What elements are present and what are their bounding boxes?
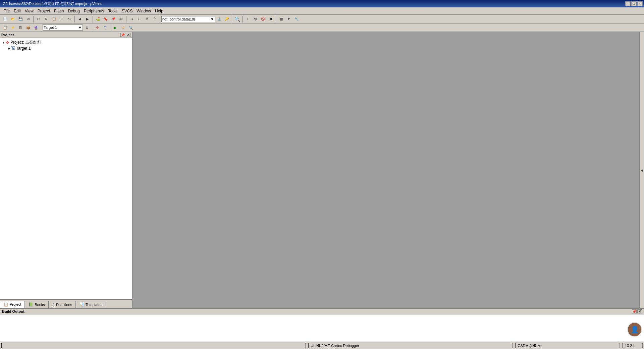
build-all-btn[interactable]: ▶ [112,24,119,31]
menu-view[interactable]: View [23,8,36,14]
debug-btn[interactable]: 🔍 [127,24,135,31]
menu-flash[interactable]: Flash [52,8,66,14]
project-btn2[interactable]: ⚡ [9,24,16,31]
project-tree: ▼ ❖ Project: 点亮红灯 ▶ 🏗 Target 1 [0,38,132,299]
caps-label: CSDM@NUM [518,344,541,348]
cut-button[interactable]: ✂ [35,16,42,22]
time-label: 13:21 [625,344,634,348]
save-all-button[interactable]: 🗂 [24,16,32,22]
sep6 [232,16,232,22]
build-output-content [0,314,644,340]
file-selector[interactable]: hqt_control.data[18] ▼ [161,16,215,22]
right-side-handle[interactable]: ◀ [639,32,644,308]
unindent-btn[interactable]: ⇤ [136,16,143,22]
menu-debug[interactable]: Debug [66,8,82,14]
project-tabs: 📋 Project 📗 Books {} Functions 📊 Templat… [0,299,132,308]
menu-window[interactable]: Window [135,8,153,14]
project-panel: Project 📌 ✕ ▼ ❖ Project: 点亮红灯 ▶ 🏗 Target… [0,32,132,308]
translate-btn[interactable]: T [101,24,109,31]
tab-project-icon: 📋 [4,302,8,307]
status-section-left [1,343,306,348]
menu-tools[interactable]: Tools [106,8,120,14]
file-action-btn2[interactable]: 🔑 [223,16,230,22]
target-icon: 🏗 [11,46,15,51]
panel-pin-button[interactable]: 📌 [120,33,125,37]
target-selector[interactable]: Target 1 ▼ [43,24,83,31]
view-btn1[interactable]: ▦ [277,16,285,22]
file-selector-arrow: ▼ [210,17,214,21]
build-options-btn[interactable]: ⚙ [94,24,101,31]
file-selector-label: hqt_control.data[18] [162,17,195,21]
tab-templates-label: Templates [86,303,102,307]
build-pin-button[interactable]: 📌 [632,309,637,313]
tree-target-expand-icon: ▶ [8,47,10,50]
rebuild-btn[interactable]: ↺ [119,24,127,31]
circle-btn1[interactable]: ○ [244,16,251,22]
tree-project-root[interactable]: ▼ ❖ Project: 点亮红灯 [1,39,130,46]
close-button[interactable]: ✕ [637,1,643,6]
menu-file[interactable]: File [1,8,12,14]
tree-target[interactable]: ▶ 🏗 Target 1 [1,46,130,51]
project-btn5[interactable]: 🔮 [32,24,40,31]
tab-project[interactable]: 📋 Project [0,301,25,308]
titlebar: C:\Users\ss562\Desktop\点亮红灯\点亮红灯.uvprojx… [0,0,644,7]
tab-functions[interactable]: {} Functions [49,301,76,308]
bookmark-btn2[interactable]: 🔖 [102,16,109,22]
toolbar1: 📄 📂 💾 🗂 ✂ ⎘ 📋 ↩ ↪ ◀ ▶ ⛳ 🔖 📌 🏷 ⇥ ⇤ // /* … [0,15,644,23]
tab-project-label: Project [10,302,21,306]
status-section-caps: CSDM@NUM [515,343,620,348]
tree-expand-icon: ▼ [2,41,5,44]
tab-functions-label: Functions [56,303,72,307]
file-action-btn1[interactable]: 🔬 [215,16,223,22]
view-dropdown[interactable]: ▼ [285,16,292,22]
build-output-header: Build Output 📌 ✕ [0,309,644,314]
menu-edit[interactable]: Edit [12,8,23,14]
project-btn3[interactable]: 🗄 [17,24,24,31]
tab-functions-icon: {} [52,303,55,307]
panel-close-button[interactable]: ✕ [126,33,130,37]
sep4 [126,16,126,22]
side-handle-icon: ◀ [640,168,644,172]
menu-svcs[interactable]: SVCS [120,8,135,14]
comment-btn[interactable]: // [143,16,151,22]
nav-fwd-button[interactable]: ▶ [84,16,91,22]
project-icon: ❖ [6,40,9,45]
stop-btn[interactable]: ⏹ [267,16,274,22]
project-btn4[interactable]: 📦 [24,24,32,31]
menu-project[interactable]: Project [36,8,52,14]
open-file-button[interactable]: 📂 [9,16,16,22]
nav-back-button[interactable]: ◀ [76,16,84,22]
indent-btn[interactable]: ⇥ [128,16,135,22]
undo-button[interactable]: ↩ [58,16,65,22]
build-close-button[interactable]: ✕ [637,309,642,313]
menu-help[interactable]: Help [153,8,165,14]
bookmark-btn1[interactable]: ⛳ [94,16,102,22]
project-btn1[interactable]: 📋 [1,24,9,31]
status-section-time: 13:21 [623,343,643,348]
copy-button[interactable]: ⎘ [43,16,50,22]
menubar: File Edit View Project Flash Debug Perip… [0,7,644,15]
tab-books[interactable]: 📗 Books [25,301,49,308]
search-btn[interactable]: 🔍 [233,16,241,22]
sep2 [74,16,75,22]
target-settings-btn[interactable]: ⚙ [83,24,91,31]
circle-btn2[interactable]: ◎ [252,16,259,22]
bookmark-btn4[interactable]: 🏷 [117,16,125,22]
view-btn2[interactable]: 🔧 [293,16,300,22]
build-output-panel: Build Output 📌 ✕ [0,308,644,342]
tab-books-label: Books [35,303,45,307]
redo-button[interactable]: ↪ [66,16,73,22]
uncomment-btn[interactable]: /* [151,16,158,22]
sep10 [92,24,92,31]
bookmark-btn3[interactable]: 📌 [110,16,117,22]
menu-peripherals[interactable]: Peripherals [82,8,106,14]
minimize-button[interactable]: — [625,1,631,6]
tab-books-icon: 📗 [29,302,33,307]
sep7 [242,16,243,22]
paste-button[interactable]: 📋 [50,16,58,22]
new-file-button[interactable]: 📄 [1,16,9,22]
save-button[interactable]: 💾 [17,16,24,22]
tab-templates[interactable]: 📊 Templates [76,301,106,308]
maximize-button[interactable]: □ [631,1,637,6]
cancel-btn[interactable]: 🚫 [259,16,267,22]
